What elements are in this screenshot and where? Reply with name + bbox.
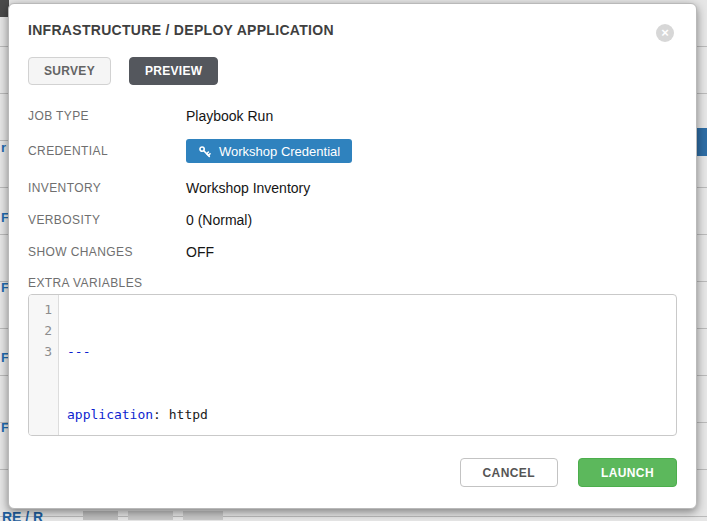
modal-tabs: SURVEY PREVIEW (28, 57, 677, 85)
modal-footer: CANCEL LAUNCH (28, 458, 677, 487)
field-row-verbosity: VERBOSITY 0 (Normal) (28, 212, 677, 227)
deploy-application-modal: INFRASTRUCTURE / DEPLOY APPLICATION × SU… (8, 3, 697, 509)
credential-badge[interactable]: Workshop Credential (186, 139, 352, 163)
field-label-show-changes: SHOW CHANGES (28, 245, 186, 259)
line-number: 3 (29, 341, 52, 362)
cancel-button[interactable]: CANCEL (460, 458, 558, 487)
field-value-verbosity: 0 (Normal) (186, 212, 252, 228)
yaml-key-token: application (67, 407, 153, 422)
close-icon[interactable]: × (656, 24, 674, 42)
yaml-value-token: : httpd (153, 407, 208, 422)
field-value-show-changes: OFF (186, 244, 214, 260)
background-accent-fragment (697, 128, 707, 156)
launch-button[interactable]: LAUNCH (578, 458, 677, 487)
field-row-show-changes: SHOW CHANGES OFF (28, 244, 677, 259)
line-number: 1 (29, 299, 52, 320)
extra-variables-label: EXTRA VARIABLES (28, 276, 677, 290)
credential-badge-label: Workshop Credential (219, 144, 340, 159)
background-dimmed-text-bars (83, 511, 223, 520)
key-icon (198, 145, 211, 158)
editor-code-area: --- application: httpd (59, 295, 208, 435)
background-breadcrumb-fragment: RE / R (2, 509, 707, 521)
field-row-job-type: JOB TYPE Playbook Run (28, 108, 677, 123)
field-label-credential: CREDENTIAL (28, 144, 186, 158)
line-number: 2 (29, 320, 52, 341)
yaml-doc-start-token: --- (67, 344, 90, 359)
field-label-job-type: JOB TYPE (28, 109, 186, 123)
extra-variables-editor[interactable]: 1 2 3 --- application: httpd (28, 294, 677, 436)
tab-survey[interactable]: SURVEY (28, 57, 111, 85)
field-row-inventory: INVENTORY Workshop Inventory (28, 180, 677, 195)
code-line: --- (67, 341, 208, 362)
tab-preview[interactable]: PREVIEW (129, 57, 218, 85)
field-value-inventory: Workshop Inventory (186, 180, 310, 196)
code-line: application: httpd (67, 404, 208, 425)
modal-title: INFRASTRUCTURE / DEPLOY APPLICATION (28, 22, 677, 38)
editor-line-number-gutter: 1 2 3 (29, 295, 59, 435)
field-row-credential: CREDENTIAL Workshop Credential (28, 139, 677, 163)
screen: r F F F F RE / R INFRASTRUCTURE / DEPLOY… (0, 0, 707, 521)
background-breadcrumb-text: RE / R (2, 509, 43, 521)
field-label-inventory: INVENTORY (28, 181, 186, 195)
field-label-verbosity: VERBOSITY (28, 213, 186, 227)
field-value-job-type: Playbook Run (186, 108, 273, 124)
